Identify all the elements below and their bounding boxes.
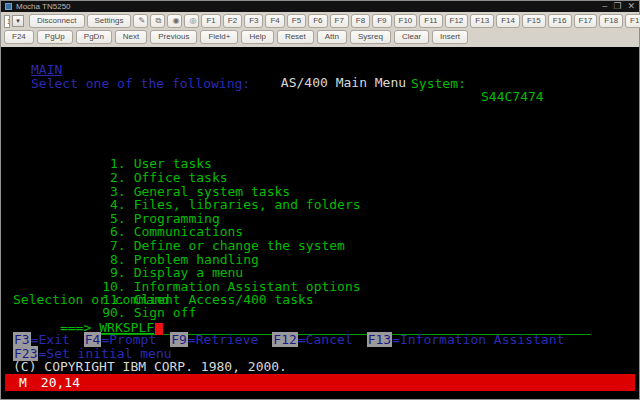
keyboard-mode-indicator: M	[19, 376, 27, 390]
fkey-action: =Prompt	[101, 332, 156, 347]
fkey-button[interactable]: F3	[244, 14, 263, 28]
menu-option-number: 4.	[99, 198, 126, 212]
host-select[interactable]: 192.168.2.4	[4, 15, 10, 28]
fkey-action: =Exit	[31, 332, 70, 347]
fkey-hotspot[interactable]: F9	[170, 332, 188, 347]
fkey-button[interactable]: F5	[287, 14, 306, 28]
aid-key-button[interactable]: Previous	[150, 30, 197, 44]
fkey-hint: F9=Retrieve	[170, 333, 258, 347]
maximize-button[interactable]: ❐	[613, 2, 621, 11]
title-bar: Mocha TN5250 – ❐ ✕	[1, 1, 639, 12]
menu-option-number: 1.	[99, 157, 126, 171]
aid-key-button[interactable]: Insert	[432, 30, 468, 44]
selection-or-command-label: Selection or command	[3, 293, 637, 307]
settings-button[interactable]: Settings	[87, 14, 132, 28]
host-select-arrow-icon[interactable]: ▼	[12, 15, 24, 27]
fkey-button[interactable]: F8	[351, 14, 370, 28]
copyright-line: (C) COPYRIGHT IBM CORP. 1980, 2000.	[3, 360, 637, 374]
fkey-hotspot[interactable]: F4	[84, 332, 102, 347]
fkey-button[interactable]: F15	[522, 14, 546, 28]
toolbar-row-2: F24PgUpPgDnNextPreviousField+HelpResetAt…	[4, 30, 636, 44]
fkey-button[interactable]: F11	[419, 14, 442, 28]
toolbar-icon-button[interactable]: ✎	[133, 14, 148, 28]
aid-key-button[interactable]: Clear	[394, 30, 429, 44]
fkey-button[interactable]: F13	[470, 14, 494, 28]
fkey-hint: F4=Prompt	[84, 333, 156, 347]
window-title: Mocha TN5250	[16, 3, 602, 11]
toolbar-icon-button[interactable]: ⧉	[150, 14, 165, 28]
fkey-hotspot[interactable]: F13	[367, 332, 392, 347]
disconnect-button[interactable]: Disconnect	[29, 14, 85, 28]
menu-option[interactable]: 1.User tasks	[3, 144, 637, 158]
fkey-button[interactable]: F19	[625, 14, 640, 28]
system-name: S44C7474	[481, 90, 544, 104]
aid-key-button[interactable]: Sysreq	[350, 30, 391, 44]
fkey-hint: F12=Cancel	[272, 333, 352, 347]
toolbar-icon-button[interactable]: ◉	[167, 14, 182, 28]
fkey-button[interactable]: F12	[445, 14, 469, 28]
menu-option-number: 7.	[99, 239, 126, 253]
aid-key-button[interactable]: F24	[4, 30, 34, 44]
toolbar-icon-button[interactable]: ◎	[184, 14, 199, 28]
fkey-button[interactable]: F10	[394, 14, 418, 28]
fkey-button[interactable]: F7	[330, 14, 349, 28]
cursor-position: 20,14	[41, 376, 80, 390]
toolbar-row-1: 192.168.2.4 ▼ Disconnect Settings ✎⧉◉◎ F…	[4, 14, 636, 28]
app-icon	[5, 3, 12, 10]
fkey-button[interactable]: F18	[599, 14, 623, 28]
aid-key-button[interactable]: Help	[241, 30, 273, 44]
aid-key-button[interactable]: PgDn	[76, 30, 112, 44]
fkey-button[interactable]: F2	[223, 14, 242, 28]
terminal-screen: MAIN AS/400 Main Menu System: S44C7474 S…	[3, 47, 637, 397]
menu-option-number: 2.	[99, 171, 126, 185]
fkey-button[interactable]: F9	[372, 14, 391, 28]
status-bar: M 20,14	[5, 374, 635, 391]
fkey-button[interactable]: F6	[308, 14, 327, 28]
fkey-button[interactable]: F16	[548, 14, 572, 28]
menu-option-number: 6.	[99, 225, 126, 239]
fkey-hint: F13=Information Assistant	[367, 333, 565, 347]
menu-option-number: 5.	[99, 212, 126, 226]
fkey-action: =Cancel	[298, 332, 353, 347]
menu-option-label: Files, libraries, and folders	[134, 197, 361, 212]
aid-key-button[interactable]: Next	[115, 30, 147, 44]
fkey-hotspot[interactable]: F3	[13, 332, 31, 347]
menu-option-label: Define or change the system	[134, 238, 345, 253]
aid-key-button[interactable]: PgUp	[37, 30, 73, 44]
select-prompt: Select one of the following:	[3, 77, 637, 91]
toolbar: 192.168.2.4 ▼ Disconnect Settings ✎⧉◉◎ F…	[1, 12, 639, 47]
aid-key-button[interactable]: Reset	[277, 30, 314, 44]
fkey-button[interactable]: F4	[265, 14, 284, 28]
fkey-button[interactable]: F1	[201, 14, 220, 28]
fkey-button[interactable]: F14	[496, 14, 520, 28]
fkey-button[interactable]: F17	[574, 14, 598, 28]
menu-option-label: Office tasks	[134, 170, 228, 185]
aid-key-button[interactable]: Attn	[317, 30, 347, 44]
fkey-action: =Retrieve	[188, 332, 258, 347]
fkey-hints-row-1: F3=ExitF4=PromptF9=RetrieveF12=CancelF13…	[3, 333, 637, 347]
minimize-button[interactable]: –	[602, 2, 607, 11]
fkey-hint: F3=Exit	[13, 333, 70, 347]
fkey-hotspot[interactable]: F12	[272, 332, 297, 347]
aid-key-button[interactable]: Field+	[200, 30, 238, 44]
fkey-action: =Information Assistant	[392, 332, 564, 347]
close-button[interactable]: ✕	[627, 2, 635, 11]
menu-option-number: 3.	[99, 185, 126, 199]
app-window: Mocha TN5250 – ❐ ✕ 192.168.2.4 ▼ Disconn…	[0, 0, 640, 400]
